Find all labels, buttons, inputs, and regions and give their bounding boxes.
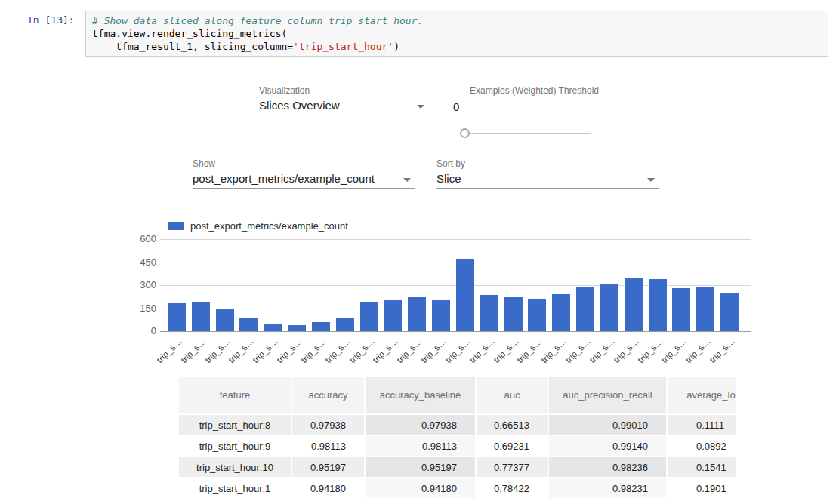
visualization-select[interactable]: Slices Overview (259, 98, 429, 115)
code-text: tfma_result_1, slicing_column= (92, 41, 293, 52)
sortby-value: Slice (436, 172, 461, 185)
table-cell: 0.77377 (477, 457, 549, 478)
table-cell: 0.99010 (549, 415, 668, 436)
column-header-feature[interactable]: feature (179, 377, 292, 415)
show-label: Show (193, 158, 215, 169)
bar[interactable] (312, 322, 330, 331)
table-cell: 0.1901 (668, 478, 736, 499)
bar[interactable] (625, 278, 643, 331)
bar[interactable] (576, 287, 594, 331)
gridline (160, 239, 751, 240)
bar[interactable] (264, 324, 282, 331)
table-cell: trip_start_hour:9 (179, 436, 292, 457)
table-row: trip_start_hour:80.979380.979380.665130.… (179, 415, 736, 436)
column-header-auc[interactable]: auc (477, 377, 549, 415)
bar[interactable] (432, 300, 450, 331)
show-metric-value: post_export_metrics/example_count (193, 172, 375, 185)
metrics-table: featureaccuracyaccuracy_baselineaucauc_p… (179, 377, 736, 504)
bar[interactable] (168, 303, 186, 331)
bar[interactable] (336, 318, 354, 331)
slider-track[interactable] (464, 133, 591, 134)
table-cell: 0.1541 (668, 457, 736, 478)
code-cell[interactable]: # Show data sliced along feature column … (85, 11, 828, 57)
table-cell: trip_start_hour:1 (179, 478, 292, 499)
bar[interactable] (672, 288, 690, 331)
bar[interactable] (384, 300, 402, 331)
bar[interactable] (360, 302, 378, 331)
gridline (160, 331, 751, 332)
threshold-input[interactable] (453, 98, 640, 115)
table-row: trip_start_hour:10.941800.941800.784220.… (179, 478, 736, 499)
table-header-row: featureaccuracyaccuracy_baselineaucauc_p… (179, 377, 736, 415)
chevron-down-icon (417, 105, 424, 109)
code-string: 'trip_start_hour' (293, 41, 393, 52)
table-cell: 0.98236 (549, 457, 668, 478)
input-prompt: In [13]: (27, 14, 75, 26)
table-cell: 0.95197 (292, 457, 366, 478)
bar[interactable] (192, 302, 210, 331)
slices-overview-chart: post_export_metrics/example_count 015030… (140, 219, 755, 366)
bar[interactable] (456, 259, 474, 331)
chevron-down-icon (647, 178, 655, 182)
bar[interactable] (504, 297, 523, 331)
table-cell: 0.94180 (366, 478, 477, 499)
table-cell: 0.98113 (366, 436, 477, 457)
table-row: trip_start_hour:90.981130.981130.692310.… (179, 436, 736, 457)
notebook-output-area: In [13]: # Show data sliced along featur… (0, 0, 839, 504)
table-cell: 0.99140 (549, 436, 668, 457)
code-text: tfma.view.render_slicing_metrics( (92, 28, 287, 39)
column-header-average_loss[interactable]: average_loss (668, 377, 736, 415)
table-cell: 0.94180 (292, 478, 366, 499)
table-row: trip_start_hour:100.951970.951970.773770… (179, 457, 736, 478)
table-cell: 0.98113 (292, 436, 366, 457)
bar[interactable] (216, 309, 234, 331)
code-text: ) (393, 41, 399, 52)
code-comment: # Show data sliced along feature column … (92, 15, 423, 26)
table-cell: 0.66513 (477, 415, 549, 436)
bar[interactable] (288, 325, 306, 331)
chevron-down-icon (403, 178, 411, 182)
y-axis-tick-label: 150 (140, 303, 156, 314)
bar[interactable] (239, 318, 258, 331)
table-body: trip_start_hour:80.979380.979380.665130.… (179, 415, 736, 499)
y-axis-tick-label: 0 (140, 325, 156, 337)
table-cell: 0.97938 (366, 415, 477, 436)
table-cell: 0.78422 (477, 478, 549, 499)
threshold-slider[interactable] (458, 127, 594, 140)
sortby-label: Sort by (436, 158, 465, 169)
y-axis-tick-label: 300 (140, 279, 156, 290)
table-cell: trip_start_hour:8 (179, 415, 292, 436)
visualization-label: Visualization (259, 85, 310, 96)
bar[interactable] (552, 294, 570, 331)
table-cell: 0.97938 (292, 415, 366, 436)
bar[interactable] (528, 299, 546, 331)
table-cell: 0.1111 (668, 415, 736, 436)
slider-thumb[interactable] (460, 128, 470, 138)
y-axis-tick-label: 450 (140, 257, 156, 268)
bar[interactable] (649, 279, 667, 331)
table-cell: 0.69231 (477, 436, 549, 457)
sortby-select[interactable]: Slice (436, 171, 659, 189)
chart-plot: 0150300450600trip_s…trip_s…trip_s…trip_s… (140, 219, 755, 366)
column-header-accuracy_baseline[interactable]: accuracy_baseline (366, 377, 477, 415)
table-cell: 0.98231 (549, 478, 668, 499)
bar[interactable] (480, 295, 498, 331)
bar[interactable] (696, 287, 714, 331)
bar[interactable] (720, 293, 739, 331)
bar[interactable] (600, 284, 618, 331)
column-header-auc_precision_recall[interactable]: auc_precision_recall (549, 377, 668, 415)
table-cell: 0.0892 (668, 436, 736, 457)
column-header-accuracy[interactable]: accuracy (292, 377, 366, 415)
table-cell: 0.95197 (366, 457, 477, 478)
table-cell: trip_start_hour:10 (179, 457, 292, 478)
bar[interactable] (408, 297, 426, 331)
y-axis-tick-label: 600 (140, 233, 156, 244)
show-metric-select[interactable]: post_export_metrics/example_count (193, 171, 415, 189)
visualization-value: Slices Overview (259, 99, 340, 112)
threshold-label: Examples (Weighted) Threshold (470, 85, 599, 96)
